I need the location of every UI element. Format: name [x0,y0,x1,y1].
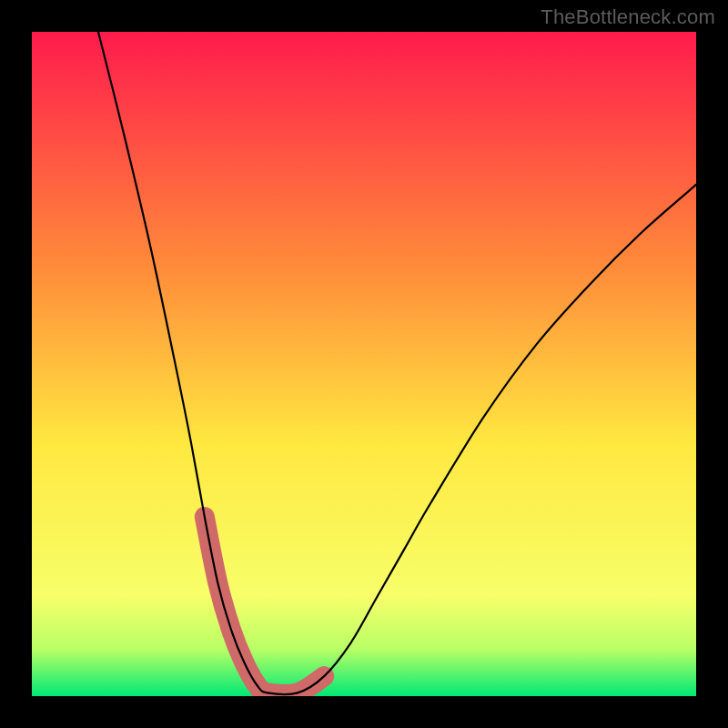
chart-stage: { "watermark": "TheBottleneck.com", "col… [0,0,728,728]
watermark-text: TheBottleneck.com [541,5,715,29]
bottleneck-chart [0,0,728,728]
plot-area [32,32,696,696]
